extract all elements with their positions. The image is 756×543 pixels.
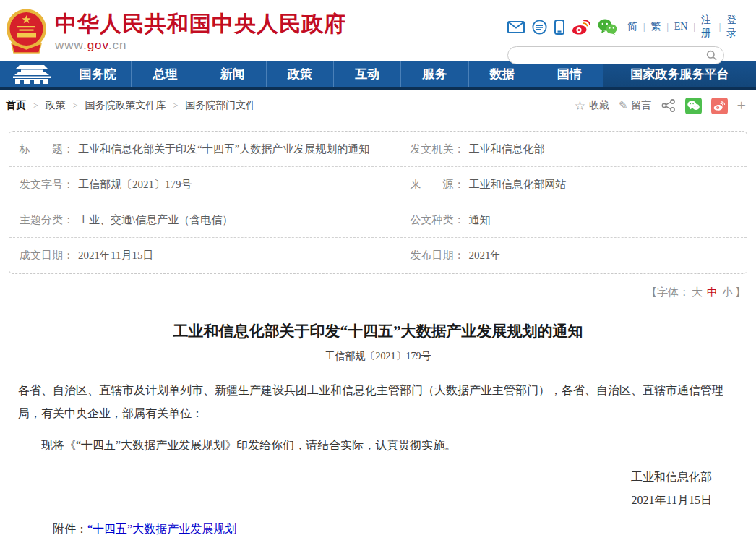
weibo-icon[interactable] — [572, 20, 590, 35]
meta-issuer-label: 发文机关： — [411, 142, 465, 156]
meta-number-label: 发文字号： — [20, 178, 74, 192]
lang-english-link[interactable]: EN — [674, 21, 688, 33]
weibo-share-button[interactable] — [711, 98, 728, 114]
table-row: 主题分类： 工业、交通\信息产业（含电信） 公文种类： 通知 — [9, 202, 747, 238]
breadcrumb-home[interactable]: 首页 — [6, 99, 26, 112]
wechat-share-button[interactable] — [685, 98, 702, 114]
meta-title-label: 标 题： — [20, 142, 74, 156]
site-title: 中华人民共和国中央人民政府 — [55, 12, 346, 35]
meta-doctype-label: 公文种类： — [411, 213, 465, 227]
nav-item-premier[interactable]: 总理 — [131, 61, 198, 87]
meta-written-date-cell: 成文日期： 2021年11月15日 — [9, 249, 400, 262]
nav-item-news[interactable]: 新闻 — [199, 61, 266, 87]
nav-item-interaction[interactable]: 互动 — [333, 61, 400, 87]
font-size-large[interactable]: 大 — [692, 286, 703, 298]
share-button[interactable] — [661, 99, 676, 112]
article-paragraph-body: 现将《“十四五”大数据产业发展规划》印发给你们，请结合实际，认真贯彻实施。 — [18, 434, 738, 457]
nav-bottom-strip — [0, 87, 756, 90]
article-title: 工业和信息化部关于印发“十四五”大数据产业发展规划的通知 — [18, 321, 738, 341]
star-icon: ☆ — [575, 100, 585, 112]
meta-published-date-label: 发布日期： — [411, 249, 465, 262]
header-utilities: 简 | 繁 | EN | 注册 | 登录 — [507, 14, 739, 64]
document-meta-table: 标 题： 工业和信息化部关于印发“十四五”大数据产业发展规划的通知 发文机关： … — [9, 131, 747, 274]
meta-published-date-cell: 发布日期： 2021年 — [400, 249, 747, 262]
register-link[interactable]: 注册 — [701, 14, 713, 40]
table-row: 标 题： 工业和信息化部关于印发“十四五”大数据产业发展规划的通知 发文机关： … — [9, 132, 747, 167]
breadcrumb-row: 首页 > 政策 > 国务院政策文件库 > 国务院部门文件 ☆ 收藏 ✎ 留言 — [0, 93, 756, 118]
signer: 工业和信息化部 — [18, 466, 712, 489]
meta-number-cell: 发文字号： 工信部规〔2021〕179号 — [9, 178, 400, 192]
search-box — [507, 46, 724, 64]
breadcrumb-policy-library[interactable]: 国务院政策文件库 — [85, 99, 166, 112]
pencil-icon: ✎ — [619, 101, 628, 111]
wechat-share-icon — [687, 101, 700, 111]
nav-item-national-conditions[interactable]: 国情 — [536, 61, 603, 87]
font-size-small[interactable]: 小 — [722, 286, 733, 298]
nav-item-data[interactable]: 数据 — [468, 61, 536, 87]
mail-icon[interactable] — [507, 21, 525, 33]
mobile-icon[interactable] — [554, 20, 564, 35]
attachment-label: 附件： — [53, 523, 87, 535]
meta-category-label: 主题分类： — [20, 213, 74, 227]
meta-written-date-label: 成文日期： — [20, 249, 74, 262]
meta-category-cell: 主题分类： 工业、交通\信息产业（含电信） — [9, 213, 400, 227]
meta-doctype-value: 通知 — [469, 213, 491, 227]
more-share-button[interactable]: + — [737, 98, 746, 114]
national-emblem-icon — [6, 8, 47, 54]
site-url: www.gov.cn — [55, 38, 346, 53]
meta-title-value: 工业和信息化部关于印发“十四五”大数据产业发展规划的通知 — [78, 142, 369, 156]
nav-item-gov-service-platform[interactable]: 国家政务服务平台 — [603, 61, 756, 87]
table-row: 成文日期： 2021年11月15日 发布日期： 2021年 — [9, 238, 747, 273]
page-actions: ☆ 收藏 ✎ 留言 — [575, 98, 746, 114]
meta-source-label: 来 源： — [411, 178, 465, 192]
message-button[interactable]: ✎ 留言 — [619, 99, 652, 112]
language-links: 简 | 繁 | EN | 注册 | 登录 — [627, 14, 739, 40]
breadcrumb-department-documents[interactable]: 国务院部门文件 — [185, 99, 256, 112]
nav-home-tiananmen-icon[interactable] — [0, 61, 64, 87]
weibo-share-icon — [713, 101, 725, 111]
font-size-selector: 【字体：大中小】 — [0, 286, 756, 299]
nav-item-services[interactable]: 服务 — [400, 61, 468, 87]
comment-icon[interactable] — [532, 20, 547, 35]
breadcrumb: 首页 > 政策 > 国务院政策文件库 > 国务院部门文件 — [6, 99, 256, 112]
article: 工业和信息化部关于印发“十四五”大数据产业发展规划的通知 工信部规〔2021〕1… — [0, 321, 756, 537]
main-nav: 国务院 总理 新闻 政策 互动 服务 数据 国情 国家政务服务平台 — [0, 61, 756, 87]
meta-issuer-cell: 发文机关： 工业和信息化部 — [400, 142, 747, 156]
meta-doctype-cell: 公文种类： 通知 — [400, 213, 747, 227]
site-logo[interactable]: 中华人民共和国中央人民政府 www.gov.cn — [6, 8, 346, 54]
header-icon-row: 简 | 繁 | EN | 注册 | 登录 — [507, 14, 739, 40]
meta-title-cell: 标 题： 工业和信息化部关于印发“十四五”大数据产业发展规划的通知 — [9, 142, 400, 156]
site-header: 中华人民共和国中央人民政府 www.gov.cn — [0, 0, 756, 61]
table-row: 发文字号： 工信部规〔2021〕179号 来 源： 工业和信息化部网站 — [9, 167, 747, 202]
sign-date: 2021年11月15日 — [18, 489, 712, 512]
meta-source-cell: 来 源： 工业和信息化部网站 — [400, 178, 747, 192]
breadcrumb-policy[interactable]: 政策 — [46, 99, 66, 112]
meta-category-value: 工业、交通\信息产业（含电信） — [78, 213, 233, 227]
signature-block: 工业和信息化部 2021年11月15日 — [18, 466, 738, 512]
site-identity: 中华人民共和国中央人民政府 www.gov.cn — [55, 8, 346, 53]
attachment-row: 附件：“十四五”大数据产业发展规划 — [18, 522, 738, 537]
meta-source-value: 工业和信息化部网站 — [469, 178, 567, 192]
font-size-medium[interactable]: 中 — [707, 286, 718, 298]
meta-published-date-value: 2021年 — [469, 249, 502, 262]
search-icon[interactable] — [706, 50, 717, 64]
meta-written-date-value: 2021年11月15日 — [78, 249, 153, 262]
article-paragraph-addressees: 各省、自治区、直辖市及计划单列市、新疆生产建设兵团工业和信息化主管部门（大数据产… — [18, 379, 738, 425]
login-link[interactable]: 登录 — [726, 14, 739, 40]
meta-number-value: 工信部规〔2021〕179号 — [78, 178, 192, 192]
article-doc-number: 工信部规〔2021〕179号 — [18, 350, 738, 363]
share-icon — [661, 99, 676, 112]
meta-issuer-value: 工业和信息化部 — [469, 142, 545, 156]
nav-item-policy[interactable]: 政策 — [266, 61, 333, 87]
attachment-link[interactable]: “十四五”大数据产业发展规划 — [87, 523, 236, 535]
nav-item-state-council[interactable]: 国务院 — [64, 61, 131, 87]
wechat-icon[interactable] — [598, 19, 617, 35]
search-input[interactable] — [517, 48, 697, 62]
lang-simplified-link[interactable]: 简 — [627, 20, 637, 33]
favorite-button[interactable]: ☆ 收藏 — [575, 99, 609, 112]
lang-traditional-link[interactable]: 繁 — [650, 20, 661, 33]
